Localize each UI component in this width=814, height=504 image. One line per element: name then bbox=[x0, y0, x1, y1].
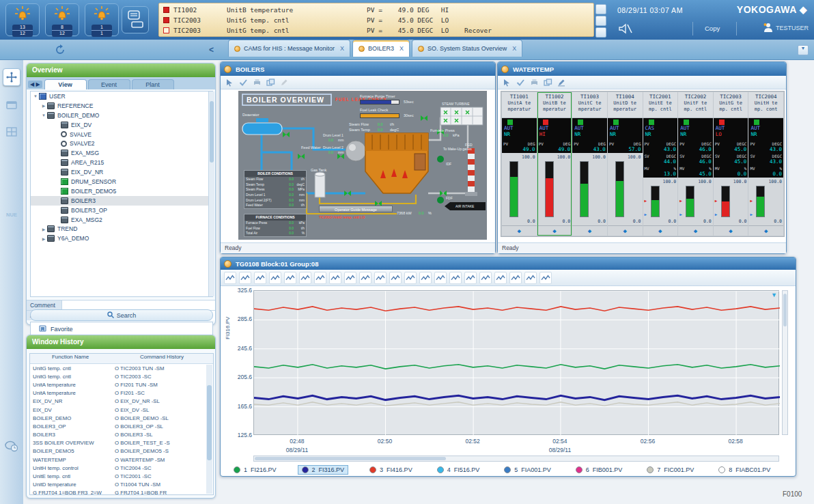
faceplate-tile-button[interactable] bbox=[3, 123, 20, 141]
history-row[interactable]: BOILER3 O BOILER3 -SL bbox=[30, 431, 213, 439]
faceplate-call-button[interactable]: ◆ bbox=[502, 225, 537, 236]
faceplate-bargraph[interactable]: 100.0 0.0 ▶ ▶ bbox=[502, 153, 537, 225]
restore-icon[interactable] bbox=[479, 272, 492, 284]
buzzer-silence-icon[interactable] bbox=[617, 23, 632, 35]
tab-close-icon[interactable]: X bbox=[399, 45, 404, 52]
history-row[interactable]: EIX_DV O EIX_DV -SL bbox=[30, 406, 213, 414]
faceplate-call-button[interactable]: ◆ bbox=[748, 225, 783, 236]
message-monitor-button[interactable] bbox=[595, 27, 606, 38]
window-tab[interactable]: BOILER3 X bbox=[352, 40, 410, 57]
faceplate-call-button[interactable]: ◆ bbox=[572, 225, 607, 236]
faceplate[interactable]: TI1003 UnitC te mperatur AUT NR PVDEG 43… bbox=[572, 92, 607, 236]
legend-item[interactable]: 8 FIABC01.PV bbox=[715, 466, 774, 474]
boiler-graphic-canvas[interactable]: BOILER OVERVIEW FUEL LEAK CHECK Deaerato… bbox=[238, 91, 487, 240]
tree-item[interactable]: BOILER_DEMO5 bbox=[31, 186, 212, 196]
tree-item[interactable]: ▼ BOILER_DEMO bbox=[31, 111, 212, 120]
data-sheet-icon[interactable] bbox=[389, 272, 402, 284]
collapse-panel-button[interactable]: < bbox=[209, 45, 214, 55]
faceplate-bargraph[interactable]: 100.0 0.0 ▶ ▶ bbox=[537, 153, 572, 225]
faceplate-bargraph[interactable]: 100.0 0.0 ▶ ▶ bbox=[572, 153, 607, 225]
revert-icon[interactable] bbox=[464, 272, 477, 284]
faceplate-bargraph[interactable]: 100.0 0.0 ▶ ▶ bbox=[608, 153, 643, 225]
message-ack-button[interactable] bbox=[595, 16, 606, 26]
faceplate-call-button[interactable]: ◆ bbox=[537, 225, 572, 236]
pen-peak-icon[interactable] bbox=[419, 272, 432, 284]
alarm-button[interactable]: 13 12 bbox=[5, 3, 40, 36]
history-row[interactable]: UnitE temp. cntl O TIC2001 -SC bbox=[30, 472, 213, 480]
message-printer-button[interactable] bbox=[122, 6, 149, 33]
trend-horizontal-scrollbar[interactable] bbox=[253, 456, 779, 462]
pointer-tool-icon[interactable] bbox=[224, 77, 235, 88]
comment-value[interactable] bbox=[62, 300, 215, 310]
overview-tab[interactable]: Event bbox=[88, 79, 130, 89]
print-icon[interactable] bbox=[529, 77, 539, 88]
tree-item[interactable]: AREA_R215 bbox=[31, 158, 212, 167]
message-scroll-up-button[interactable] bbox=[595, 4, 606, 14]
pointer-tool-icon[interactable] bbox=[501, 77, 512, 88]
history-row[interactable]: BOILER3_OP O BOILER3_OP -SL bbox=[30, 422, 213, 430]
window-tab[interactable]: CAMS for HIS : Message Monitor X bbox=[228, 40, 350, 57]
history-row[interactable]: UnitG temp. cntl O TIC2003 -SC bbox=[30, 372, 213, 380]
confirm-icon[interactable] bbox=[515, 77, 526, 88]
time-cursor-icon[interactable]: ▼ bbox=[771, 292, 777, 298]
tree-item[interactable]: SVALVE bbox=[31, 130, 212, 139]
layout-icon[interactable] bbox=[374, 272, 387, 284]
faceplate-call-button[interactable]: ◆ bbox=[643, 225, 678, 236]
alarm-button[interactable]: 8 12 bbox=[45, 3, 79, 36]
pen-zigzag-icon[interactable] bbox=[299, 272, 311, 284]
alarm-message-row[interactable]: TI1002 UnitB temperature PV = 49.0 DEG H… bbox=[162, 5, 591, 15]
print-icon[interactable] bbox=[251, 77, 262, 88]
faceplate-bargraph[interactable]: 100.0 0.0 ▶ ▶ bbox=[714, 178, 748, 225]
trend-vertical-scrollbar[interactable] bbox=[782, 290, 788, 435]
tree-item[interactable]: ▶ Y6A_DEMO bbox=[31, 234, 212, 243]
tab-scroll-arrows[interactable]: ◀ ▶ bbox=[28, 81, 42, 88]
history-row[interactable]: 3SS BOILER OVERVIEW O BOILER_TEST_E -S bbox=[30, 439, 213, 447]
tree-item[interactable]: SVALVE2 bbox=[31, 139, 212, 148]
faceplate-bargraph[interactable]: 100.0 0.0 ▶ ▶ bbox=[748, 178, 783, 225]
tree-expand-icon[interactable]: ▶ bbox=[40, 103, 47, 108]
legend-item[interactable]: 2 FI316.PV bbox=[298, 465, 349, 475]
faceplate[interactable]: TI1004 UnitD te mperatur AUT NR PVDEG 57… bbox=[608, 92, 643, 236]
alarm-message-row[interactable]: TIC2003 UnitG temp. cntl PV = 45.0 DEGC … bbox=[162, 25, 591, 36]
legend-item[interactable]: 1 FI216.PV bbox=[230, 466, 280, 474]
faceplate-call-button[interactable]: ◆ bbox=[608, 225, 643, 236]
history-row[interactable]: WATERTEMP O WATERTEMP -SM bbox=[30, 456, 213, 464]
history-row[interactable]: EIX_DV_NR O EIX_DV_NR -SL bbox=[30, 397, 213, 406]
confirm-icon[interactable] bbox=[238, 77, 249, 88]
marker-step-icon[interactable] bbox=[269, 272, 281, 284]
faceplate-call-button[interactable]: ◆ bbox=[714, 225, 748, 236]
boilers-titlebar[interactable]: BOILERS bbox=[221, 62, 495, 76]
reload-icon[interactable] bbox=[434, 272, 447, 284]
overview-tab[interactable]: Plant bbox=[132, 79, 174, 89]
navigation-tree-button[interactable] bbox=[3, 68, 20, 86]
copy-button[interactable]: Copy bbox=[705, 25, 720, 32]
history-scrollbar[interactable] bbox=[206, 365, 212, 494]
history-row[interactable]: UnitA temperature O FI201 -SC bbox=[30, 389, 213, 397]
history-row[interactable]: UnitG temp. cntl O TIC2003 TUN -SM bbox=[30, 364, 213, 372]
pen-dip-icon[interactable] bbox=[314, 272, 326, 284]
faceplate[interactable]: TI1001 UnitA te mperatur AUT NR PVDEG 49… bbox=[502, 92, 537, 236]
group-tile-icon[interactable] bbox=[344, 272, 356, 284]
overview-tab[interactable]: View bbox=[44, 79, 87, 89]
function-name-header[interactable]: Function Name bbox=[30, 354, 111, 363]
wave-icon[interactable] bbox=[539, 272, 552, 284]
legend-item[interactable]: 5 FIA001.PV bbox=[501, 466, 555, 474]
faceplate[interactable]: TI1002 UnitB te mperatur AUT HI PVDEG 49… bbox=[537, 92, 572, 236]
faceplate[interactable]: TIC2003 UnitG te mp. cntl AUT LO PVDEGC … bbox=[714, 92, 748, 236]
rotate-left-icon[interactable] bbox=[494, 272, 507, 284]
faceplate[interactable]: TIC2002 UnitF te mp. cntl AUT NR PVDEGC … bbox=[678, 92, 713, 236]
tree-item[interactable]: EIX_DV bbox=[31, 120, 212, 130]
tab-close-icon[interactable]: X bbox=[512, 45, 516, 52]
legend-item[interactable]: 7 FIC001.PV bbox=[643, 466, 697, 474]
faceplate-call-button[interactable]: ◆ bbox=[678, 225, 713, 236]
tree-item[interactable]: ▶ REFERENCE bbox=[31, 101, 212, 111]
tree-item[interactable]: DRUM_SENSOR bbox=[31, 177, 212, 186]
history-row[interactable]: BOILER_DEMO O BOILER_DEMO -SL bbox=[30, 414, 213, 422]
tree-item[interactable]: BOILER3_OP bbox=[31, 206, 212, 215]
command-history-header[interactable]: Command History bbox=[111, 354, 213, 363]
edit-icon[interactable] bbox=[279, 77, 290, 88]
history-row[interactable]: UnitD temperature O TI1004 TUN -SM bbox=[30, 481, 213, 489]
tree-item[interactable]: BOILER3 bbox=[31, 196, 212, 206]
faceplate-bargraph[interactable]: 100.0 0.0 ▶ ▶ bbox=[643, 178, 678, 225]
tree-expand-icon[interactable]: ▶ bbox=[40, 227, 47, 232]
